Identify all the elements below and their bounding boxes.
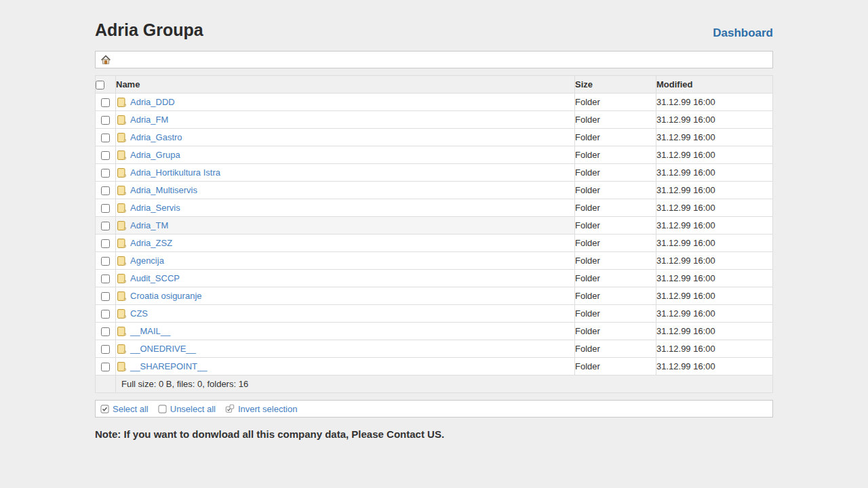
row-size: Folder [575,182,656,199]
dashboard-link[interactable]: Dashboard [713,26,773,40]
note-text: Note: If you want to donwload all this c… [95,428,773,440]
row-size: Folder [575,323,656,340]
table-row: __SHAREPOINT__ Folder 31.12.99 16:00 [96,358,773,375]
folder-link[interactable]: Adria_Hortikultura Istra [130,167,220,178]
row-modified: 31.12.99 16:00 [656,164,773,182]
row-size: Folder [575,252,656,270]
row-size: Folder [575,94,656,111]
toolbar [95,51,773,68]
row-checkbox[interactable] [101,239,110,248]
invert-selection-control[interactable]: Invert selection [225,404,297,414]
table-row: Audit_SCCP Folder 31.12.99 16:00 [96,270,773,287]
table-row: Adria_ZSZ Folder 31.12.99 16:00 [96,235,773,252]
folder-icon [116,256,127,266]
folder-link[interactable]: Adria_Servis [130,203,180,213]
row-size: Folder [575,287,656,305]
file-table: Name Size Modified Adria_DDD [95,75,773,393]
row-modified: 31.12.99 16:00 [656,199,773,217]
folder-link[interactable]: Croatia osiguranje [130,291,202,301]
row-modified: 31.12.99 16:00 [656,94,773,111]
row-size: Folder [575,217,656,235]
row-checkbox[interactable] [101,345,110,354]
row-size: Folder [575,340,656,358]
row-checkbox[interactable] [101,363,110,371]
folder-link[interactable]: __ONEDRIVE__ [130,344,196,354]
row-size: Folder [575,235,656,252]
folder-icon [116,361,127,372]
table-row: Adria_DDD Folder 31.12.99 16:00 [96,94,773,111]
folder-icon [116,132,127,143]
row-checkbox[interactable] [101,292,110,301]
summary-text: Full size: 0 B, files: 0, folders: 16 [116,375,773,393]
table-row: Adria_Servis Folder 31.12.99 16:00 [96,199,773,217]
row-checkbox[interactable] [101,98,110,107]
row-modified: 31.12.99 16:00 [656,129,773,146]
folder-icon [116,238,127,249]
invert-selection-link[interactable]: Invert selection [238,404,297,414]
row-size: Folder [575,146,656,164]
folder-icon [116,167,127,178]
row-checkbox[interactable] [101,204,110,213]
folder-icon [116,344,127,354]
row-checkbox[interactable] [101,186,110,195]
row-checkbox[interactable] [101,151,110,160]
folder-icon [116,185,127,196]
table-row: Adria_Grupa Folder 31.12.99 16:00 [96,146,773,164]
folder-link[interactable]: Adria_Multiservis [130,185,197,195]
folder-icon [116,150,127,161]
row-size: Folder [575,111,656,129]
table-row: __MAIL__ Folder 31.12.99 16:00 [96,323,773,340]
table-summary-row: Full size: 0 B, files: 0, folders: 16 [96,375,773,393]
folder-icon [116,273,127,284]
row-modified: 31.12.99 16:00 [656,111,773,129]
folder-link[interactable]: Adria_Gastro [130,132,182,142]
row-modified: 31.12.99 16:00 [656,323,773,340]
column-header-name: Name [116,76,575,94]
folder-icon [116,291,127,302]
table-row: Adria_Hortikultura Istra Folder 31.12.99… [96,164,773,182]
folder-link[interactable]: __SHAREPOINT__ [130,361,207,371]
row-checkbox[interactable] [101,169,110,178]
table-row: Adria_Multiservis Folder 31.12.99 16:00 [96,182,773,199]
folder-link[interactable]: Adria_Grupa [130,150,180,160]
row-checkbox[interactable] [101,310,110,319]
select-all-control[interactable]: Select all [100,404,149,414]
folder-link[interactable]: Adria_FM [130,115,168,125]
row-checkbox[interactable] [101,257,110,266]
row-modified: 31.12.99 16:00 [656,270,773,287]
folder-link[interactable]: Agencija [130,256,164,266]
folder-icon [116,97,127,108]
page-title: Adria Groupa [95,20,203,40]
unselect-all-control[interactable]: Unselect all [158,404,216,414]
table-row: Adria_Gastro Folder 31.12.99 16:00 [96,129,773,146]
table-row: Agencija Folder 31.12.99 16:00 [96,252,773,270]
row-checkbox[interactable] [101,134,110,142]
select-all-link[interactable]: Select all [113,404,149,414]
row-checkbox[interactable] [101,327,110,336]
folder-link[interactable]: Adria_TM [130,220,168,230]
folder-link[interactable]: Adria_DDD [130,97,175,107]
folder-link[interactable]: __MAIL__ [130,326,170,336]
table-header-row: Name Size Modified [96,76,773,94]
folder-icon [116,326,127,337]
checked-checkbox-icon [100,405,109,413]
row-size: Folder [575,305,656,323]
table-row: CZS Folder 31.12.99 16:00 [96,305,773,323]
select-all-checkbox[interactable] [96,81,104,89]
row-size: Folder [575,129,656,146]
content-column: Adria Groupa Dashboard Name Size Modifie… [95,0,773,440]
folder-link[interactable]: Audit_SCCP [130,273,180,283]
row-checkbox[interactable] [101,274,110,283]
row-size: Folder [575,199,656,217]
row-checkbox[interactable] [101,222,110,230]
row-modified: 31.12.99 16:00 [656,252,773,270]
row-modified: 31.12.99 16:00 [656,146,773,164]
folder-link[interactable]: Adria_ZSZ [130,238,172,248]
home-icon[interactable] [100,54,111,65]
page-header: Adria Groupa Dashboard [95,20,773,40]
row-checkbox[interactable] [101,116,110,125]
folder-icon [116,203,127,214]
unselect-all-link[interactable]: Unselect all [170,404,216,414]
folder-link[interactable]: CZS [130,308,148,319]
unchecked-checkbox-icon [158,405,167,413]
